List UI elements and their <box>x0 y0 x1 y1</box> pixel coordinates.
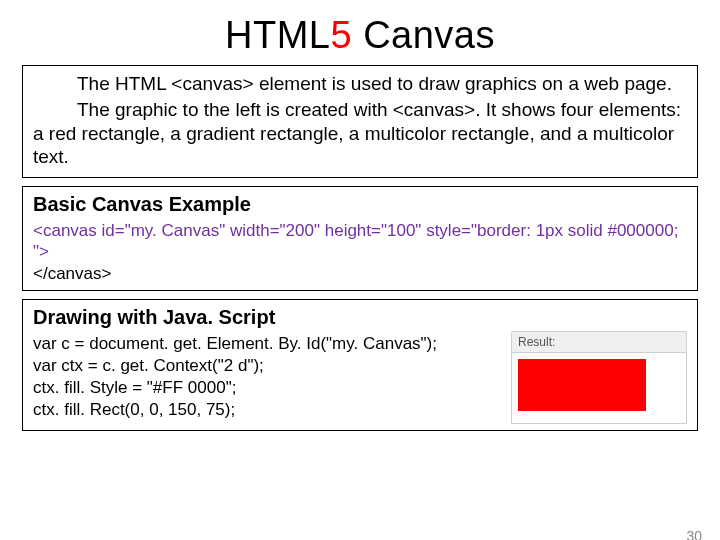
js-heading: Drawing with Java. Script <box>33 306 687 329</box>
js-box: Drawing with Java. Script var c = docume… <box>22 299 698 431</box>
slide: HTML5 Canvas The HTML <canvas> element i… <box>0 14 720 540</box>
result-label: Result: <box>511 331 687 352</box>
result-body <box>511 352 687 424</box>
basic-example-heading: Basic Canvas Example <box>33 193 687 216</box>
slide-title: HTML5 Canvas <box>0 14 720 57</box>
result-panel: Result: <box>511 331 687 424</box>
js-line-2: var ctx = c. get. Context("2 d"); <box>33 355 437 377</box>
canvas-code-line-2: </canvas> <box>33 263 687 284</box>
title-pre: HTML <box>225 14 330 56</box>
title-highlight: 5 <box>330 14 352 56</box>
js-body: var c = document. get. Element. By. Id("… <box>33 333 687 424</box>
intro-paragraph-1: The HTML <canvas> element is used to dra… <box>33 72 687 96</box>
intro-paragraph-2: The graphic to the left is created with … <box>33 98 687 169</box>
js-line-1: var c = document. get. Element. By. Id("… <box>33 333 437 355</box>
js-line-4: ctx. fill. Rect(0, 0, 150, 75); <box>33 399 437 421</box>
intro-box: The HTML <canvas> element is used to dra… <box>22 65 698 178</box>
canvas-code: <canvas id="my. Canvas" width="200" heig… <box>33 220 687 284</box>
js-code: var c = document. get. Element. By. Id("… <box>33 333 437 421</box>
basic-example-box: Basic Canvas Example <canvas id="my. Can… <box>22 186 698 291</box>
js-line-3: ctx. fill. Style = "#FF 0000"; <box>33 377 437 399</box>
canvas-code-line-1: <canvas id="my. Canvas" width="200" heig… <box>33 220 687 263</box>
title-post: Canvas <box>352 14 495 56</box>
red-rectangle <box>518 359 646 411</box>
page-number: 30 <box>686 528 702 540</box>
